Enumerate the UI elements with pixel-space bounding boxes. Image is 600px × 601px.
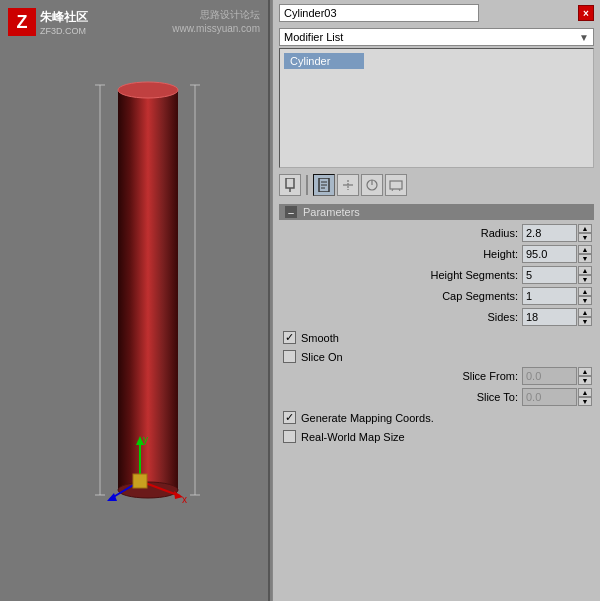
cap-segs-spinner: ▲ ▼: [578, 287, 592, 305]
dropdown-arrow-icon: ▼: [579, 32, 589, 43]
height-segs-label: Height Segments:: [431, 269, 518, 281]
logo-sub: ZF3D.COM: [40, 26, 88, 36]
slice-to-label: Slice To:: [477, 391, 518, 403]
object-name-input[interactable]: [279, 4, 479, 22]
logo: Z 朱峰社区 ZF3D.COM: [8, 8, 88, 36]
slice-on-label: Slice On: [301, 351, 343, 363]
pin-button[interactable]: [279, 174, 301, 196]
svg-text:y: y: [143, 434, 148, 445]
height-segs-input[interactable]: [522, 266, 577, 284]
modifier-list-label: Modifier List: [284, 31, 343, 43]
params-collapse-button[interactable]: –: [285, 206, 297, 218]
toolbar-separator: [306, 175, 308, 195]
height-label: Height:: [483, 248, 518, 260]
sides-spinner: ▲ ▼: [578, 308, 592, 326]
toolbar-row: [273, 170, 600, 200]
height-segs-row: Height Segments: ▲ ▼: [279, 266, 594, 284]
real-world-row: Real-World Map Size: [279, 428, 594, 445]
params-title: Parameters: [303, 206, 360, 218]
smooth-label: Smooth: [301, 332, 339, 344]
cap-segs-up[interactable]: ▲: [578, 287, 592, 296]
params-section: – Parameters Radius: ▲ ▼ Height: ▲ ▼ Hei…: [279, 204, 594, 445]
height-segs-up[interactable]: ▲: [578, 266, 592, 275]
params-header: – Parameters: [279, 204, 594, 220]
slice-from-input[interactable]: [522, 367, 577, 385]
sides-label: Sides:: [487, 311, 518, 323]
svg-rect-3: [118, 90, 178, 490]
hierarchy-button[interactable]: [337, 174, 359, 196]
slice-from-row: Slice From: ▲ ▼: [279, 367, 594, 385]
watermark-line2: www.missyuan.com: [172, 22, 260, 36]
slice-to-row: Slice To: ▲ ▼: [279, 388, 594, 406]
gen-mapping-checkbox[interactable]: ✓: [283, 411, 296, 424]
radius-up[interactable]: ▲: [578, 224, 592, 233]
slice-from-spinner: ▲ ▼: [578, 367, 592, 385]
viewport: Z 朱峰社区 ZF3D.COM: [0, 0, 270, 601]
smooth-row: ✓ Smooth: [279, 329, 594, 346]
modifier-stack: Cylinder: [279, 48, 594, 168]
slice-to-down[interactable]: ▼: [578, 397, 592, 406]
modify-button[interactable]: [313, 174, 335, 196]
sides-down[interactable]: ▼: [578, 317, 592, 326]
axis-svg: y x: [100, 431, 190, 511]
slice-on-checkbox[interactable]: [283, 350, 296, 363]
cap-segs-label: Cap Segments:: [442, 290, 518, 302]
modifier-stack-item[interactable]: Cylinder: [284, 53, 364, 69]
slice-to-input[interactable]: [522, 388, 577, 406]
close-button[interactable]: ×: [578, 5, 594, 21]
slice-to-spinner: ▲ ▼: [578, 388, 592, 406]
real-world-label: Real-World Map Size: [301, 431, 405, 443]
right-panel: × Modifier List ▼ Cylinder – Parameters: [272, 0, 600, 601]
sides-up[interactable]: ▲: [578, 308, 592, 317]
gen-mapping-label: Generate Mapping Coords.: [301, 412, 434, 424]
sides-input[interactable]: [522, 308, 577, 326]
height-segs-down[interactable]: ▼: [578, 275, 592, 284]
svg-rect-23: [286, 178, 294, 188]
gen-mapping-row: ✓ Generate Mapping Coords.: [279, 409, 594, 426]
title-bar: ×: [273, 0, 600, 26]
slice-to-up[interactable]: ▲: [578, 388, 592, 397]
logo-icon: Z: [8, 8, 36, 36]
watermark: 思路设计论坛 www.missyuan.com: [172, 8, 260, 36]
svg-text:x: x: [182, 494, 187, 505]
modifier-list-dropdown[interactable]: Modifier List ▼: [279, 28, 594, 46]
cap-segs-down[interactable]: ▼: [578, 296, 592, 305]
slice-from-up[interactable]: ▲: [578, 367, 592, 376]
slice-from-down[interactable]: ▼: [578, 376, 592, 385]
height-segs-spinner: ▲ ▼: [578, 266, 592, 284]
cap-segs-row: Cap Segments: ▲ ▼: [279, 287, 594, 305]
radius-down[interactable]: ▼: [578, 233, 592, 242]
svg-marker-21: [107, 493, 117, 501]
height-row: Height: ▲ ▼: [279, 245, 594, 263]
sides-row: Sides: ▲ ▼: [279, 308, 594, 326]
cap-segs-input[interactable]: [522, 287, 577, 305]
radius-input[interactable]: [522, 224, 577, 242]
svg-rect-22: [133, 474, 147, 488]
height-up[interactable]: ▲: [578, 245, 592, 254]
height-down[interactable]: ▼: [578, 254, 592, 263]
slice-on-row: Slice On: [279, 348, 594, 365]
height-spinner: ▲ ▼: [578, 245, 592, 263]
radius-row: Radius: ▲ ▼: [279, 224, 594, 242]
slice-from-label: Slice From:: [462, 370, 518, 382]
radius-label: Radius:: [481, 227, 518, 239]
real-world-checkbox[interactable]: [283, 430, 296, 443]
axis-indicator: y x: [100, 431, 180, 511]
logo-site: 朱峰社区: [40, 10, 88, 24]
radius-spinner: ▲ ▼: [578, 224, 592, 242]
motion-button[interactable]: [361, 174, 383, 196]
watermark-line1: 思路设计论坛: [172, 8, 260, 22]
display-button[interactable]: [385, 174, 407, 196]
svg-rect-33: [390, 181, 402, 189]
height-input[interactable]: [522, 245, 577, 263]
smooth-checkbox[interactable]: ✓: [283, 331, 296, 344]
